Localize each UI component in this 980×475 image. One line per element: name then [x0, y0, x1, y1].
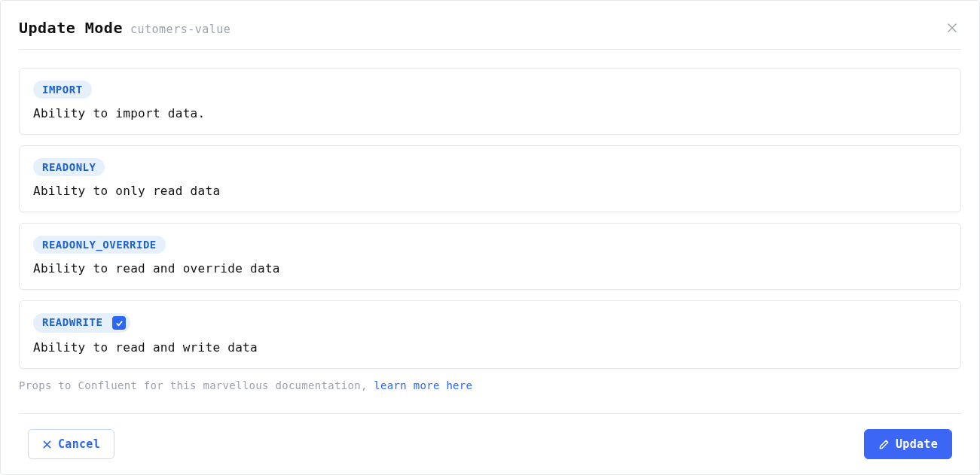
option-badge: READONLY	[33, 158, 105, 176]
option-badge: READWRITE	[33, 313, 130, 333]
option-description: Ability to read and override data	[33, 261, 947, 276]
option-badge-label: READWRITE	[42, 316, 102, 328]
options-list: IMPORT Ability to import data. READONLY …	[19, 50, 961, 369]
modal-subtitle: cutomers-value	[130, 23, 230, 36]
option-description: Ability to only read data	[33, 184, 947, 198]
header-title-group: Update Mode cutomers-value	[19, 19, 230, 37]
update-button-label: Update	[896, 437, 938, 451]
cancel-button-label: Cancel	[58, 437, 100, 451]
option-description: Ability to read and write data	[33, 340, 947, 355]
option-description: Ability to import data.	[33, 106, 947, 120]
update-button[interactable]: Update	[864, 429, 952, 459]
modal-header: Update Mode cutomers-value	[19, 19, 961, 50]
close-icon	[946, 22, 958, 34]
option-badge-row: IMPORT	[33, 81, 947, 99]
pencil-icon	[878, 439, 890, 450]
check-icon	[112, 316, 126, 330]
option-badge-row: READONLY_OVERRIDE	[33, 236, 947, 254]
modal-title: Update Mode	[19, 19, 123, 37]
footer-note-text: Props to Confluent for this marvellous d…	[19, 379, 374, 391]
close-icon	[42, 440, 52, 449]
cancel-button[interactable]: Cancel	[28, 429, 114, 459]
update-mode-modal: Update Mode cutomers-value IMPORT Abilit…	[1, 1, 979, 474]
option-badge-row: READONLY	[33, 158, 947, 176]
option-readonly[interactable]: READONLY Ability to only read data	[19, 145, 961, 212]
option-readonly-override[interactable]: READONLY_OVERRIDE Ability to read and ov…	[19, 223, 961, 290]
footer-note: Props to Confluent for this marvellous d…	[19, 379, 961, 403]
modal-actions: Cancel Update	[19, 413, 961, 474]
option-import[interactable]: IMPORT Ability to import data.	[19, 68, 961, 135]
learn-more-link[interactable]: learn more here	[374, 379, 472, 391]
close-button[interactable]	[943, 19, 961, 37]
option-badge: IMPORT	[33, 81, 92, 99]
option-badge: READONLY_OVERRIDE	[33, 236, 166, 254]
option-readwrite[interactable]: READWRITE Ability to read and write data	[19, 300, 961, 369]
option-badge-row: READWRITE	[33, 313, 947, 333]
